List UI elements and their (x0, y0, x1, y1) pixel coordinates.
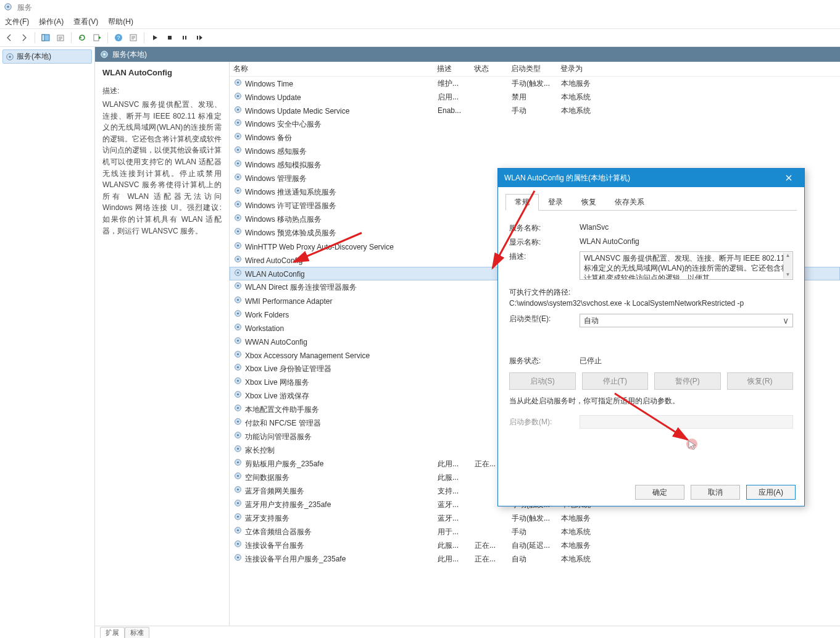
service-name-cell: 立体音频组合器服务 (234, 526, 438, 537)
label-service-name: 服务名称: (509, 223, 580, 233)
svg-point-38 (237, 217, 239, 219)
service-start-cell: 自动(延迟... (512, 540, 561, 551)
service-row[interactable]: 连接设备平台服务此服...正在...自动(延迟...本地服务 (230, 539, 840, 552)
service-row[interactable]: Windows 感知服务 (230, 145, 840, 158)
service-name-cell: 连接设备平台用户服务_235afe (234, 553, 438, 565)
detail-panel: WLAN AutoConfig 描述: WLANSVC 服务提供配置、发现、连接… (95, 62, 230, 626)
scrollbar[interactable] (783, 253, 792, 279)
properties-button[interactable] (127, 31, 140, 44)
label-display-name: 显示名称: (509, 237, 580, 248)
service-start-cell: 禁用 (512, 92, 561, 103)
column-logon-as[interactable]: 登录为 (560, 64, 622, 74)
refresh-button[interactable] (75, 31, 89, 44)
column-startup-type[interactable]: 启动类型 (511, 64, 560, 74)
svg-rect-10 (183, 36, 184, 40)
service-start-cell: 自动 (512, 554, 561, 565)
service-name-cell: Windows 感知服务 (234, 146, 438, 157)
svg-rect-12 (197, 36, 198, 40)
gear-icon (6, 52, 14, 61)
value-service-name: WlanSvc (580, 223, 793, 232)
service-row[interactable]: Windows 安全中心服务 (230, 117, 840, 131)
svg-point-66 (237, 407, 239, 409)
ok-button[interactable]: 确定 (635, 485, 684, 500)
stop-service-button[interactable] (163, 31, 177, 44)
gear-icon (234, 499, 245, 507)
gear-icon (100, 50, 109, 59)
back-button[interactable] (2, 31, 16, 44)
params-hint: 当从此处启动服务时，你可指定所适用的启动参数。 (509, 396, 793, 406)
forward-button[interactable] (17, 31, 31, 44)
pause-button[interactable]: 暂停(P) (654, 372, 721, 390)
window-title: 服务 (17, 2, 32, 13)
svg-point-56 (237, 340, 239, 342)
dialog-title-bar[interactable]: WLAN AutoConfig 的属性(本地计算机) (498, 169, 804, 187)
menu-help[interactable]: 帮助(H) (108, 17, 133, 27)
svg-point-64 (237, 393, 239, 395)
menu-file[interactable]: 文件(F) (5, 17, 29, 27)
tab-extended[interactable]: 扩展 (100, 627, 125, 638)
service-desc-cell: 此服... (438, 540, 475, 551)
column-status[interactable]: 状态 (474, 64, 511, 74)
svg-text:?: ? (117, 35, 120, 41)
svg-point-46 (237, 272, 239, 274)
gear-icon (234, 146, 245, 154)
service-name-cell: 蓝牙支持服务 (234, 513, 438, 524)
stop-button[interactable]: 停止(T) (582, 372, 649, 390)
close-icon[interactable] (780, 169, 798, 187)
export-button[interactable] (54, 31, 67, 44)
help-button[interactable]: ? (112, 31, 125, 44)
dialog-title: WLAN AutoConfig 的属性(本地计算机) (504, 173, 630, 183)
start-service-button[interactable] (148, 31, 162, 44)
console-tree[interactable]: 服务(本地) (0, 47, 95, 638)
tab-logon[interactable]: 登录 (539, 194, 572, 211)
export-list-button[interactable] (90, 31, 104, 44)
apply-button[interactable]: 应用(A) (746, 485, 796, 500)
service-desc-cell: Enab... (438, 106, 475, 115)
bottom-tabs: 扩展 标准 (95, 626, 840, 638)
tab-dependencies[interactable]: 依存关系 (605, 194, 654, 211)
gear-icon (234, 119, 245, 127)
service-row[interactable]: Windows Update启用...禁用本地系统 (230, 90, 840, 104)
pause-service-button[interactable] (178, 31, 191, 44)
tab-standard[interactable]: 标准 (125, 627, 149, 638)
tree-node-label: 服务(本地) (17, 51, 51, 62)
start-button[interactable]: 启动(S) (509, 372, 576, 390)
gear-icon (234, 377, 245, 385)
service-name-cell: Windows 管理服务 (234, 173, 438, 184)
svg-point-84 (237, 529, 239, 531)
menu-view[interactable]: 查看(V) (73, 17, 98, 27)
service-row[interactable]: Windows Update Medic ServiceEnab...手动本地系… (230, 104, 840, 117)
menu-action[interactable]: 操作(A) (39, 17, 64, 27)
gear-icon (234, 241, 245, 250)
svg-point-32 (237, 176, 239, 178)
cancel-button[interactable]: 取消 (691, 485, 740, 500)
column-description[interactable]: 描述 (437, 64, 474, 74)
resume-button[interactable]: 恢复(R) (727, 372, 794, 390)
gear-icon (234, 431, 245, 439)
tab-general[interactable]: 常规 (505, 194, 539, 211)
show-hide-tree-button[interactable] (39, 31, 52, 44)
restart-service-button[interactable] (193, 31, 206, 44)
gear-icon (234, 173, 245, 181)
svg-point-28 (237, 149, 239, 151)
gear-icon (234, 159, 245, 167)
gear-icon (234, 106, 245, 114)
separator (35, 32, 35, 43)
startup-type-select[interactable]: 自动 ∨ (580, 314, 793, 327)
service-row[interactable]: 连接设备平台用户服务_235afe此用...正在...自动本地系统 (230, 552, 840, 566)
service-row[interactable]: Windows 备份 (230, 131, 840, 145)
gear-icon (234, 404, 245, 412)
service-name-cell: Windows 感知模拟服务 (234, 159, 438, 170)
gear-icon (234, 445, 245, 453)
service-row[interactable]: 蓝牙支持服务蓝牙...手动(触发...本地服务 (230, 511, 840, 525)
tab-recovery[interactable]: 恢复 (572, 194, 605, 211)
menu-bar: 文件(F) 操作(A) 查看(V) 帮助(H) (0, 15, 840, 28)
service-row[interactable]: 立体音频组合器服务用于...手动本地系统 (230, 525, 840, 539)
label-exe-path: 可执行文件的路径: (509, 287, 793, 298)
column-name[interactable]: 名称 (233, 64, 437, 74)
value-description[interactable]: WLANSVC 服务提供配置、发现、连接、断开与 IEEE 802.11 标准定… (580, 251, 793, 280)
service-desc-cell: 支持... (438, 486, 475, 497)
list-header[interactable]: 名称 描述 状态 启动类型 登录为 (230, 62, 840, 77)
service-row[interactable]: Windows Time维护...手动(触发...本地服务 (230, 77, 840, 90)
tree-node-services-local[interactable]: 服务(本地) (2, 49, 92, 64)
